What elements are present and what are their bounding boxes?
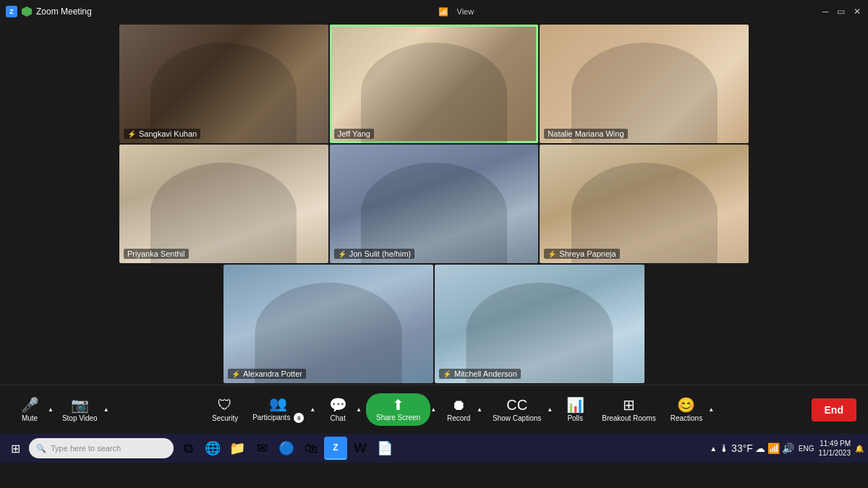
router-icon: 📶 xyxy=(438,7,448,17)
close-button[interactable]: ✕ xyxy=(852,7,862,17)
toolbar-right: End xyxy=(812,398,856,421)
participants-button[interactable]: 👥 Participants 8 xyxy=(247,393,310,426)
record-button[interactable]: ⏺ Record xyxy=(441,395,477,425)
window-controls: ─ ▭ ✕ xyxy=(820,7,862,17)
mute-group: 🎤 Mute ▲ xyxy=(12,395,55,425)
clock-time: 11:49 PM xyxy=(819,439,851,448)
name-tag-jeff: Jeff Yang xyxy=(334,129,374,139)
title-bar: Z Zoom Meeting 📶 View ─ ▭ ✕ xyxy=(0,0,868,23)
chat-arrow[interactable]: ▲ xyxy=(354,405,363,414)
volume-icon[interactable]: 🔊 xyxy=(782,442,794,454)
video-grid: ⚡ Sangkavi Kuhan Jeff Yang Natalie Maria… xyxy=(0,23,868,385)
search-placeholder: Type here to search xyxy=(51,444,121,453)
taskbar-app-taskview[interactable]: ⧉ xyxy=(176,437,200,460)
taskbar-search-box[interactable]: 🔍 Type here to search xyxy=(29,438,174,458)
reactions-button[interactable]: 😊 Reactions xyxy=(665,395,708,425)
name-tag-jon: ⚡ Jon Sulit (he/him) xyxy=(334,249,415,259)
title-bar-left: Z Zoom Meeting xyxy=(6,6,92,17)
taskbar-clock: 11:49 PM 11/1/2023 xyxy=(819,439,851,458)
taskbar-apps: ⧉ 🌐 📁 ✉ 🔵 🛍 Z W 📄 xyxy=(176,437,707,460)
security-icon: 🛡 xyxy=(218,398,232,412)
captions-arrow[interactable]: ▲ xyxy=(545,405,554,414)
record-icon: ⏺ xyxy=(451,398,466,412)
name-tag-mitchell: ⚡ Mitchell Anderson xyxy=(439,369,521,379)
video-row-3: ⚡ Alexandra Potter ⚡ Mitchell Anderson xyxy=(119,265,749,383)
cloud-icon: ☁ xyxy=(755,442,765,454)
share-arrow[interactable]: ▲ xyxy=(429,405,438,414)
chat-group: 💬 Chat ▲ xyxy=(320,395,363,425)
share-screen-group: ⬆ Share Screen ▲ xyxy=(366,393,438,426)
share-screen-button[interactable]: ⬆ Share Screen xyxy=(366,393,430,426)
name-tag-priyanka: Priyanka Senthil xyxy=(124,249,189,259)
reactions-group: 😊 Reactions ▲ xyxy=(665,395,715,425)
mic-off-icon-alexandra: ⚡ xyxy=(231,370,240,378)
video-cell-natalie: Natalie Mariana Wing xyxy=(540,25,749,143)
participants-group: 👥 Participants 8 ▲ xyxy=(247,393,317,426)
taskbar-app-edge2[interactable]: 🔵 xyxy=(275,437,298,460)
microphone-icon: 🎤 xyxy=(21,398,39,412)
breakout-icon: ⊞ xyxy=(623,398,635,412)
taskbar-app-word[interactable]: W xyxy=(349,437,372,460)
captions-button[interactable]: CC Show Captions xyxy=(487,395,547,425)
mute-arrow[interactable]: ▲ xyxy=(46,405,55,414)
taskbar-right: ▲ 🌡 33°F ☁ 📶 🔊 ENG 11:49 PM 11/1/2023 🔔 xyxy=(710,439,864,458)
network-icon: 📶 xyxy=(767,442,780,454)
video-cell-shreya: ⚡ Shreya Papneja xyxy=(540,145,749,263)
end-button[interactable]: End xyxy=(812,398,856,421)
record-arrow[interactable]: ▲ xyxy=(475,405,484,414)
share-icon: ⬆ xyxy=(392,398,404,412)
taskbar-app-edge[interactable]: 🌐 xyxy=(201,437,224,460)
mic-off-icon-shreya: ⚡ xyxy=(548,250,556,258)
title-bar-right: 📶 View xyxy=(438,7,475,17)
record-group: ⏺ Record ▲ xyxy=(441,395,484,425)
maximize-button[interactable]: ▭ xyxy=(836,7,846,17)
chat-button[interactable]: 💬 Chat xyxy=(320,395,356,425)
taskbar-app-pdf[interactable]: 📄 xyxy=(373,437,396,460)
polls-button[interactable]: 📊 Polls xyxy=(557,395,593,425)
video-cell-jon: ⚡ Jon Sulit (he/him) xyxy=(330,145,539,263)
toolbar-center: 🛡 Security 👥 Participants 8 ▲ 💬 Chat ▲ xyxy=(206,393,715,426)
taskbar-app-zoom[interactable]: Z xyxy=(324,437,347,460)
mic-off-icon-jon: ⚡ xyxy=(338,250,346,258)
polls-icon: 📊 xyxy=(566,398,584,412)
minimize-button[interactable]: ─ xyxy=(820,7,830,17)
stop-video-group: 📷 Stop Video ▲ xyxy=(56,395,111,425)
security-group: 🛡 Security xyxy=(206,395,244,425)
view-label[interactable]: View xyxy=(457,7,475,16)
video-arrow[interactable]: ▲ xyxy=(102,405,111,414)
participants-arrow[interactable]: ▲ xyxy=(308,405,317,414)
captions-group: CC Show Captions ▲ xyxy=(487,395,554,425)
notification-icon[interactable]: 🔔 xyxy=(855,445,864,453)
systray: ▲ 🌡 33°F ☁ 📶 🔊 xyxy=(710,442,794,454)
systray-arrow[interactable]: ▲ xyxy=(710,445,717,453)
taskbar-app-mail[interactable]: ✉ xyxy=(250,437,273,460)
reactions-arrow[interactable]: ▲ xyxy=(707,405,715,414)
start-button[interactable]: ⊞ xyxy=(4,437,26,459)
stop-video-button[interactable]: 📷 Stop Video xyxy=(56,395,103,425)
taskbar-app-explorer[interactable]: 📁 xyxy=(226,437,249,460)
participants-icon: 👥 xyxy=(269,396,287,411)
mute-button[interactable]: 🎤 Mute xyxy=(12,395,48,425)
reactions-icon: 😊 xyxy=(677,398,695,412)
windows-taskbar: ⊞ 🔍 Type here to search ⧉ 🌐 📁 ✉ 🔵 🛍 Z W … xyxy=(0,434,868,463)
name-tag-natalie: Natalie Mariana Wing xyxy=(544,129,627,139)
temp-icon: 🌡 xyxy=(719,442,729,454)
video-row-1: ⚡ Sangkavi Kuhan Jeff Yang Natalie Maria… xyxy=(119,25,749,143)
language-label: ENG xyxy=(799,445,814,453)
temperature-label: 33°F xyxy=(731,442,753,454)
name-tag-alexandra: ⚡ Alexandra Potter xyxy=(228,369,306,379)
video-cell-alexandra: ⚡ Alexandra Potter xyxy=(224,265,433,383)
video-cell-jeff: Jeff Yang xyxy=(330,25,539,143)
taskbar-app-store[interactable]: 🛍 xyxy=(299,437,323,460)
security-button[interactable]: 🛡 Security xyxy=(206,395,244,425)
video-cell-mitchell: ⚡ Mitchell Anderson xyxy=(435,265,644,383)
breakout-rooms-button[interactable]: ⊞ Breakout Rooms xyxy=(596,395,661,425)
video-cell-priyanka: Priyanka Senthil xyxy=(119,145,328,263)
video-cell-sangkavi: ⚡ Sangkavi Kuhan xyxy=(119,25,328,143)
camera-icon: 📷 xyxy=(71,398,89,412)
meeting-toolbar: 🎤 Mute ▲ 📷 Stop Video ▲ 🛡 Security 👥 xyxy=(0,385,868,434)
zoom-logo-icon: Z xyxy=(6,6,17,17)
window-title: Zoom Meeting xyxy=(36,7,92,17)
name-tag-shreya: ⚡ Shreya Papneja xyxy=(544,249,619,259)
name-tag-sangkavi: ⚡ Sangkavi Kuhan xyxy=(124,129,200,139)
